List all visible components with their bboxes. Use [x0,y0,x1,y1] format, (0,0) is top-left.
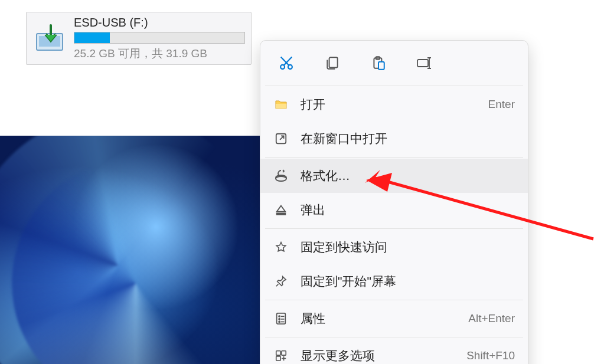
drive-info: ESD-USB (F:) 25.2 GB 可用，共 31.9 GB [74,16,245,61]
menu-item-format[interactable]: 格式化… [260,159,528,193]
context-menu-toolbar [260,41,528,84]
menu-item-label: 属性 [301,310,456,327]
menu-item-label: 固定到"开始"屏幕 [301,273,503,290]
menu-item-more-options[interactable]: 显示更多选项 Shift+F10 [260,339,528,364]
drive-storage-bar-fill [74,32,110,43]
svg-rect-8 [417,60,428,67]
menu-item-label: 显示更多选项 [301,347,455,364]
svg-rect-4 [329,57,338,67]
menu-divider [265,228,523,229]
svg-rect-9 [276,104,286,109]
svg-point-15 [279,319,280,320]
menu-item-label: 打开 [301,96,476,113]
context-menu: 打开 Enter 在新窗口中打开 格式化… 弹出 固定到快速访问 [260,40,528,364]
drive-item[interactable]: ESD-USB (F:) 25.2 GB 可用，共 31.9 GB [26,12,252,65]
menu-item-eject[interactable]: 弹出 [260,193,528,227]
drive-name: ESD-USB (F:) [74,16,245,29]
svg-point-2 [280,65,285,69]
menu-divider [265,300,523,300]
menu-item-label: 弹出 [301,202,503,218]
svg-rect-12 [277,214,286,215]
menu-item-open[interactable]: 打开 Enter [260,87,528,122]
svg-rect-19 [276,356,280,360]
drive-storage-bar [74,32,245,44]
format-icon [273,168,289,183]
rename-icon[interactable] [413,51,436,75]
menu-item-pin-start[interactable]: 固定到"开始"屏幕 [260,264,528,299]
menu-divider [265,86,523,86]
menu-item-shortcut: Alt+Enter [468,312,515,325]
svg-rect-7 [378,62,384,70]
menu-divider [265,157,523,158]
menu-divider [265,337,523,337]
menu-item-pin-quick-access[interactable]: 固定到快速访问 [260,230,528,264]
drive-storage-text: 25.2 GB 可用，共 31.9 GB [74,46,245,61]
pin-quick-access-icon [273,240,289,255]
menu-item-open-new-window[interactable]: 在新窗口中打开 [260,122,528,156]
open-folder-icon [273,97,289,112]
open-new-window-icon [273,131,289,146]
menu-item-label: 固定到快速访问 [301,239,503,255]
svg-rect-13 [277,313,286,324]
menu-item-properties[interactable]: 属性 Alt+Enter [260,301,528,336]
svg-point-16 [279,321,280,322]
menu-item-label: 在新窗口中打开 [301,130,503,147]
svg-point-14 [279,316,280,317]
svg-point-11 [276,176,286,181]
drive-icon [32,21,67,55]
menu-item-shortcut: Enter [488,98,515,111]
desktop-wallpaper [0,136,260,364]
copy-icon[interactable] [321,51,344,75]
paste-icon[interactable] [367,51,390,75]
svg-rect-18 [282,351,286,355]
svg-rect-17 [276,351,280,355]
menu-item-shortcut: Shift+F10 [466,349,515,362]
properties-icon [273,311,289,326]
more-options-icon [273,348,289,363]
eject-icon [273,202,289,218]
pin-start-icon [273,274,289,289]
svg-point-3 [288,65,292,69]
menu-item-label: 格式化… [301,168,503,184]
cut-icon[interactable] [275,51,298,75]
